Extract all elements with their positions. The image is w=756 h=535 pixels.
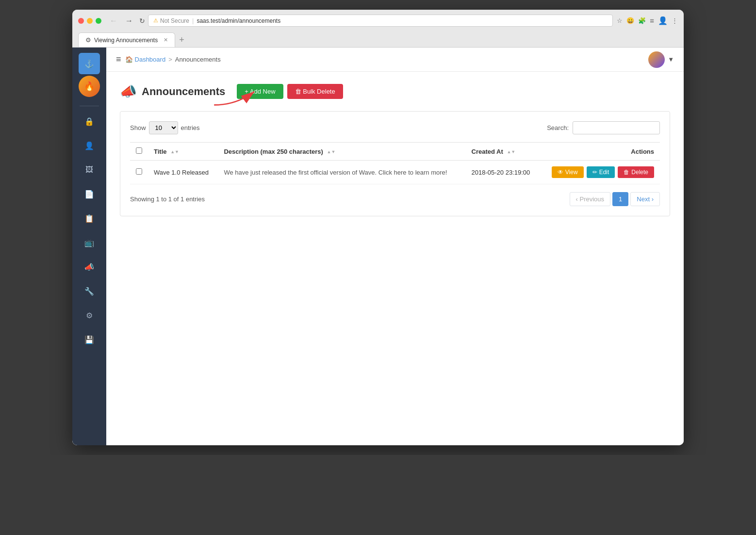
close-traffic-light[interactable] bbox=[78, 18, 84, 24]
minimize-traffic-light[interactable] bbox=[87, 18, 93, 24]
sidebar-item-home[interactable]: ⚓ bbox=[79, 53, 100, 74]
breadcrumb-separator: > bbox=[168, 56, 172, 63]
table-header-row: Title ▲▼ Description (max 250 characters… bbox=[130, 143, 660, 161]
row-title: Wave 1.0 Released bbox=[148, 161, 218, 184]
breadcrumb-home-label: Dashboard bbox=[135, 56, 166, 63]
row-description: We have just released the first official… bbox=[218, 161, 465, 184]
sidebar: ⚓ 🔥 🔒 👤 🖼 📄 📋 📺 bbox=[72, 48, 106, 445]
page-title-group: 📣 Announcements bbox=[120, 83, 225, 99]
megaphone-sidebar-icon: 📣 bbox=[84, 262, 94, 272]
page-content: ≡ 🏠 Dashboard > Announcements ▼ bbox=[106, 48, 684, 445]
address-bar[interactable]: saas.test/admin/announcements bbox=[197, 17, 280, 24]
header-actions: Actions bbox=[540, 143, 660, 161]
header-created-at-label: Created At bbox=[472, 148, 503, 155]
trash-icon: 🗑 bbox=[624, 169, 629, 176]
created-at-sort-icon[interactable]: ▲▼ bbox=[507, 149, 515, 154]
view-button-0[interactable]: 👁 View bbox=[552, 166, 584, 178]
page-title: Announcements bbox=[142, 85, 225, 98]
refresh-button[interactable]: ↻ bbox=[139, 17, 145, 25]
monitor-icon: 📺 bbox=[84, 238, 94, 247]
eye-icon: 👁 bbox=[558, 169, 563, 176]
database-icon: 💾 bbox=[84, 335, 94, 344]
hamburger-button[interactable]: ≡ bbox=[116, 54, 121, 65]
previous-page-button[interactable]: ‹ Previous bbox=[570, 192, 611, 206]
breadcrumb-home-link[interactable]: 🏠 Dashboard bbox=[125, 56, 166, 63]
lock-icon: 🔒 bbox=[84, 117, 94, 126]
tab-title: Viewing Announcements bbox=[94, 37, 158, 44]
header-description[interactable]: Description (max 250 characters) ▲▼ bbox=[218, 143, 465, 161]
title-sort-icon[interactable]: ▲▼ bbox=[170, 149, 179, 154]
table-footer: Showing 1 to 1 of 1 entries ‹ Previous 1… bbox=[130, 192, 660, 206]
sidebar-item-tools[interactable]: 🔧 bbox=[79, 280, 100, 302]
table-panel: Show 10 25 50 100 entries Search: bbox=[120, 111, 670, 216]
top-nav-right: ▼ bbox=[648, 51, 674, 68]
delete-button-0[interactable]: 🗑 Delete bbox=[618, 166, 654, 178]
breadcrumb: 🏠 Dashboard > Announcements bbox=[125, 56, 221, 63]
edit-icon: ✏ bbox=[592, 169, 597, 176]
description-sort-icon[interactable]: ▲▼ bbox=[327, 149, 335, 154]
page-1-button[interactable]: 1 bbox=[612, 192, 628, 206]
showing-info: Showing 1 to 1 of 1 entries bbox=[130, 195, 205, 203]
edit-button-0[interactable]: ✏ Edit bbox=[587, 166, 615, 178]
forward-button[interactable]: → bbox=[123, 16, 135, 26]
row-checkbox-0[interactable] bbox=[136, 168, 142, 175]
image-icon: 🖼 bbox=[85, 165, 93, 174]
row-actions: 👁 View ✏ Edit 🗑 Delete bbox=[540, 161, 660, 184]
show-label: Show bbox=[130, 124, 146, 131]
sidebar-item-media[interactable]: 🖼 bbox=[79, 159, 100, 180]
header-created-at[interactable]: Created At ▲▼ bbox=[466, 143, 540, 161]
insecure-icon: ⚠ bbox=[153, 17, 158, 24]
user-avatar-top[interactable] bbox=[648, 51, 665, 68]
maximize-traffic-light[interactable] bbox=[96, 18, 101, 24]
sidebar-item-lock[interactable]: 🔒 bbox=[79, 111, 100, 132]
browser-tab[interactable]: ⚙ Viewing Announcements ✕ bbox=[78, 32, 175, 47]
page-header: 📣 Announcements + Add New 🗑 Bulk Delete bbox=[120, 83, 670, 99]
row-created-at: 2018-05-20 23:19:00 bbox=[466, 161, 540, 184]
extension-emoji-icon: 😀 bbox=[626, 17, 634, 24]
sidebar-item-pages[interactable]: 📄 bbox=[79, 183, 100, 205]
user-avatar-browser[interactable]: 👤 bbox=[658, 16, 668, 25]
select-all-checkbox[interactable] bbox=[136, 147, 142, 154]
sidebar-divider-1 bbox=[80, 106, 99, 106]
new-tab-button[interactable]: + bbox=[175, 33, 188, 47]
row-checkbox-cell bbox=[130, 161, 148, 184]
header-description-label: Description (max 250 characters) bbox=[224, 148, 323, 155]
table-controls: Show 10 25 50 100 entries Search: bbox=[130, 121, 660, 134]
bookmark-icon[interactable]: ☆ bbox=[617, 17, 623, 24]
show-entries-control: Show 10 25 50 100 entries bbox=[130, 121, 200, 134]
sidebar-item-content[interactable]: 📋 bbox=[79, 208, 100, 229]
header-title-label: Title bbox=[154, 148, 167, 155]
sidebar-avatar[interactable]: 🔥 bbox=[79, 76, 100, 97]
search-input[interactable] bbox=[573, 121, 660, 134]
extension-puzzle-icon: 🧩 bbox=[638, 17, 646, 24]
sidebar-item-user[interactable]: 👤 bbox=[79, 135, 100, 156]
entries-select[interactable]: 10 25 50 100 bbox=[149, 121, 178, 134]
security-label: Not Secure bbox=[160, 17, 189, 24]
document-icon: 📄 bbox=[84, 190, 94, 199]
content-icon: 📋 bbox=[84, 214, 94, 223]
header-title[interactable]: Title ▲▼ bbox=[148, 143, 218, 161]
back-button[interactable]: ← bbox=[107, 16, 120, 26]
next-page-button[interactable]: Next › bbox=[630, 192, 660, 206]
content-area: 📣 Announcements + Add New 🗑 Bulk Delete bbox=[106, 72, 684, 445]
sidebar-item-themes[interactable]: 📺 bbox=[79, 232, 100, 253]
breadcrumb-current: Announcements bbox=[175, 56, 221, 63]
menu-icon[interactable]: ⋮ bbox=[672, 17, 678, 24]
home-icon: 🏠 bbox=[125, 56, 133, 63]
search-group: Search: bbox=[547, 121, 660, 134]
sidebar-item-database[interactable]: 💾 bbox=[79, 329, 100, 350]
tab-close-button[interactable]: ✕ bbox=[164, 37, 168, 43]
search-label: Search: bbox=[547, 124, 569, 131]
tools-icon: 🔧 bbox=[84, 287, 94, 296]
tab-gear-icon: ⚙ bbox=[85, 36, 91, 44]
header-checkbox-cell bbox=[130, 143, 148, 161]
user-icon: 👤 bbox=[84, 141, 94, 150]
add-new-button[interactable]: + Add New bbox=[237, 84, 283, 99]
table-row: Wave 1.0 Released We have just released … bbox=[130, 161, 660, 184]
cast-icon: ≡ bbox=[650, 16, 654, 25]
sidebar-item-announcements[interactable]: 📣 bbox=[79, 256, 100, 277]
sidebar-item-settings[interactable]: ⚙ bbox=[79, 305, 100, 326]
user-dropdown-arrow[interactable]: ▼ bbox=[668, 56, 674, 63]
pagination: ‹ Previous 1 Next › bbox=[570, 192, 660, 206]
bulk-delete-button[interactable]: 🗑 Bulk Delete bbox=[287, 84, 343, 99]
